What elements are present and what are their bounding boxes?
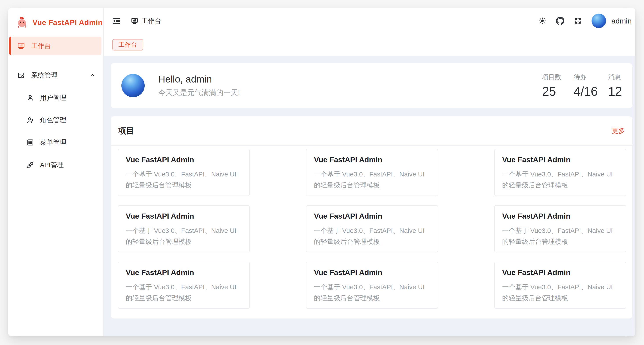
system-settings-icon: [17, 71, 25, 79]
breadcrumb-label: 工作台: [141, 16, 161, 26]
sidebar-item-user-management[interactable]: 用户管理: [9, 88, 102, 107]
greeting-title: Hello, admin: [158, 74, 240, 85]
project-description: 一个基于 Vue3.0、FastAPI、Naive UI 的轻量级后台管理模板: [126, 282, 242, 304]
project-title: Vue FastAPI Admin: [126, 268, 242, 277]
greeting-subtitle: 今天又是元气满满的一天!: [158, 88, 240, 98]
tags-bar: 工作台: [104, 34, 635, 56]
topbar: 工作台 admin 工作台: [104, 8, 635, 56]
stat-messages: 消息 12: [608, 73, 622, 98]
plug-icon: [26, 161, 34, 169]
greeting-texts: Hello, admin 今天又是元气满满的一天!: [158, 74, 240, 98]
project-card[interactable]: Vue FastAPI Admin 一个基于 Vue3.0、FastAPI、Na…: [118, 262, 250, 309]
project-card[interactable]: Vue FastAPI Admin 一个基于 Vue3.0、FastAPI、Na…: [306, 149, 438, 196]
project-description: 一个基于 Vue3.0、FastAPI、Naive UI 的轻量级后台管理模板: [502, 169, 618, 191]
workbench-icon: [131, 17, 138, 24]
stat-label: 消息: [608, 73, 622, 82]
github-icon[interactable]: [556, 17, 564, 25]
stat-value: 25: [542, 84, 563, 98]
project-title: Vue FastAPI Admin: [314, 268, 430, 277]
project-title: Vue FastAPI Admin: [502, 212, 618, 220]
user-icon: [26, 94, 34, 102]
project-card[interactable]: Vue FastAPI Admin 一个基于 Vue3.0、FastAPI、Na…: [494, 262, 626, 309]
stat-value: 12: [608, 84, 622, 98]
project-title: Vue FastAPI Admin: [502, 268, 618, 277]
sidebar-item-workbench[interactable]: 工作台: [9, 37, 102, 55]
projects-title: 项目: [118, 126, 134, 136]
theme-sun-icon[interactable]: [538, 17, 546, 25]
header-actions: admin: [538, 14, 632, 28]
project-card[interactable]: Vue FastAPI Admin 一个基于 Vue3.0、FastAPI、Na…: [306, 205, 438, 252]
project-card[interactable]: Vue FastAPI Admin 一个基于 Vue3.0、FastAPI、Na…: [118, 149, 250, 196]
projects-header: 项目 更多: [111, 116, 632, 146]
project-description: 一个基于 Vue3.0、FastAPI、Naive UI 的轻量级后台管理模板: [314, 169, 430, 191]
project-description: 一个基于 Vue3.0、FastAPI、Naive UI 的轻量级后台管理模板: [502, 225, 618, 247]
user-avatar[interactable]: [592, 14, 606, 28]
project-title: Vue FastAPI Admin: [126, 212, 242, 220]
sidebar-item-role-management[interactable]: 角色管理: [9, 111, 102, 129]
stats: 项目数 25 待办 4/16 消息 12: [542, 73, 622, 98]
chick-logo-icon: [16, 16, 28, 28]
sidebar-item-label: 系统管理: [31, 71, 58, 80]
project-description: 一个基于 Vue3.0、FastAPI、Naive UI 的轻量级后台管理模板: [126, 225, 242, 247]
project-title: Vue FastAPI Admin: [126, 156, 242, 164]
sidebar-item-label: API管理: [40, 160, 64, 170]
sidebar-collapse-icon[interactable]: [112, 16, 121, 25]
sidebar-menu: 工作台 系统管理 用户管理 角色管理 菜单管理 API管理: [8, 37, 103, 178]
breadcrumb[interactable]: 工作台: [131, 16, 161, 26]
project-description: 一个基于 Vue3.0、FastAPI、Naive UI 的轻量级后台管理模板: [126, 169, 242, 191]
project-title: Vue FastAPI Admin: [314, 156, 430, 164]
greeting-avatar: [122, 74, 145, 97]
sidebar-item-label: 菜单管理: [40, 138, 66, 147]
active-indicator-bar: [9, 37, 11, 55]
sidebar-item-system-management[interactable]: 系统管理: [9, 66, 102, 84]
sidebar-item-label: 工作台: [31, 42, 51, 50]
stat-label: 待办: [574, 73, 598, 82]
sidebar-item-label: 用户管理: [40, 93, 66, 102]
sidebar: Vue FastAPI Admin 工作台 系统管理 用户管理 角色管理: [8, 8, 104, 336]
stat-value: 4/16: [574, 84, 598, 98]
project-card[interactable]: Vue FastAPI Admin 一个基于 Vue3.0、FastAPI、Na…: [118, 205, 250, 252]
user-name[interactable]: admin: [611, 17, 632, 25]
app-window: Vue FastAPI Admin 工作台 系统管理 用户管理 角色管理: [8, 8, 635, 336]
role-icon: [26, 116, 34, 124]
menu-list-icon: [26, 138, 34, 146]
greeting-card: Hello, admin 今天又是元气满满的一天! 项目数 25 待办 4/16…: [111, 63, 632, 108]
main-area: 工作台 admin 工作台 Hello, admin: [104, 8, 635, 336]
chevron-up-icon: [89, 72, 96, 78]
stat-todos: 待办 4/16: [574, 73, 598, 98]
stat-projects: 项目数 25: [542, 73, 563, 98]
sidebar-item-api-management[interactable]: API管理: [9, 156, 102, 174]
project-card[interactable]: Vue FastAPI Admin 一个基于 Vue3.0、FastAPI、Na…: [306, 262, 438, 309]
sidebar-item-label: 角色管理: [40, 116, 66, 125]
project-description: 一个基于 Vue3.0、FastAPI、Naive UI 的轻量级后台管理模板: [314, 282, 430, 304]
more-link[interactable]: 更多: [612, 126, 625, 136]
sidebar-item-menu-management[interactable]: 菜单管理: [9, 133, 102, 152]
header: 工作台 admin: [104, 8, 635, 34]
project-title: Vue FastAPI Admin: [314, 212, 430, 220]
projects-card: 项目 更多 Vue FastAPI Admin 一个基于 Vue3.0、Fast…: [111, 116, 632, 318]
stat-label: 项目数: [542, 73, 563, 82]
brand-name: Vue FastAPI Admin: [32, 18, 103, 27]
brand[interactable]: Vue FastAPI Admin: [8, 8, 103, 37]
project-description: 一个基于 Vue3.0、FastAPI、Naive UI 的轻量级后台管理模板: [314, 225, 430, 247]
project-description: 一个基于 Vue3.0、FastAPI、Naive UI 的轻量级后台管理模板: [502, 282, 618, 304]
fullscreen-icon[interactable]: [574, 17, 582, 25]
projects-grid: Vue FastAPI Admin 一个基于 Vue3.0、FastAPI、Na…: [111, 146, 632, 318]
content: Hello, admin 今天又是元气满满的一天! 项目数 25 待办 4/16…: [104, 56, 635, 336]
project-card[interactable]: Vue FastAPI Admin 一个基于 Vue3.0、FastAPI、Na…: [494, 205, 626, 252]
workbench-icon: [17, 42, 25, 50]
project-card[interactable]: Vue FastAPI Admin 一个基于 Vue3.0、FastAPI、Na…: [494, 149, 626, 196]
tag-workbench[interactable]: 工作台: [112, 39, 143, 50]
project-title: Vue FastAPI Admin: [502, 156, 618, 164]
